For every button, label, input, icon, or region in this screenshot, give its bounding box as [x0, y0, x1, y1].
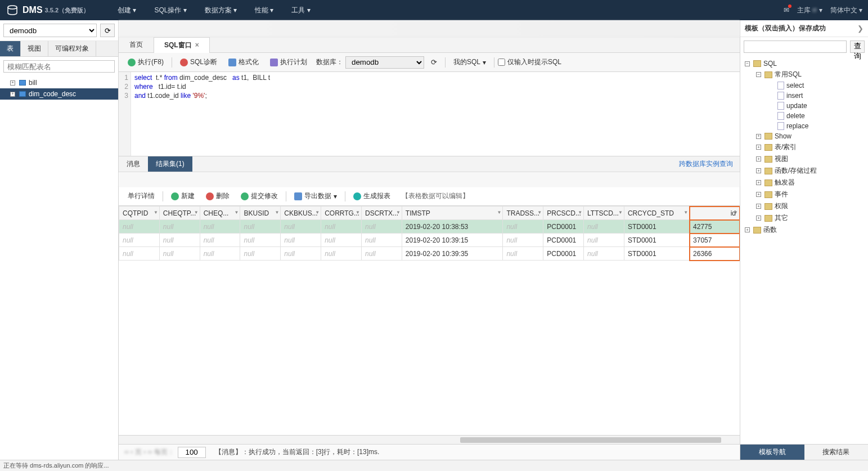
col-CHEQ...[interactable]: CHEQ...▼: [200, 207, 240, 220]
cell-null[interactable]: null: [361, 247, 402, 261]
cell-null[interactable]: null: [240, 234, 281, 247]
cell[interactable]: PCD0001: [543, 220, 584, 234]
lang-select[interactable]: 简体中文 ▾: [830, 6, 862, 15]
tab-message[interactable]: 消息: [119, 156, 148, 172]
cell-null[interactable]: null: [503, 247, 543, 261]
table-row[interactable]: nullnullnullnullnullnullnull2019-02-20 1…: [119, 220, 740, 234]
cell-null[interactable]: null: [321, 234, 362, 247]
tree-leaf[interactable]: update: [763, 101, 868, 111]
my-sql-button[interactable]: 我的SQL ▾: [449, 56, 491, 69]
hint-checkbox-label[interactable]: 仅输入时提示SQL: [498, 57, 561, 67]
cell-null[interactable]: null: [503, 234, 543, 247]
add-row-button[interactable]: 新建: [167, 190, 199, 203]
row-detail-button[interactable]: 单行详情: [123, 190, 159, 203]
cell[interactable]: PCD0001: [543, 247, 584, 261]
col-id[interactable]: id▼: [690, 207, 740, 220]
chevron-down-icon[interactable]: ▼: [618, 210, 623, 215]
cell-null[interactable]: null: [200, 220, 240, 234]
export-button[interactable]: 导出数据 ▾: [290, 190, 341, 203]
expand-icon[interactable]: +: [10, 80, 15, 86]
cell-null[interactable]: null: [584, 220, 624, 234]
sql-diagnose-button[interactable]: SQL诊断: [176, 56, 222, 69]
cell-id[interactable]: 42775: [690, 220, 740, 234]
format-button[interactable]: 格式化: [224, 56, 263, 69]
cell-null[interactable]: null: [584, 234, 624, 247]
tree-node[interactable]: +权限: [752, 200, 868, 212]
collapse-icon[interactable]: ❯: [857, 24, 863, 33]
toolbar-refresh-button[interactable]: ⟳: [426, 56, 442, 68]
page-size-input[interactable]: [178, 447, 206, 458]
tab-template-nav[interactable]: 模板导航: [740, 445, 804, 460]
database-select[interactable]: demodb: [3, 24, 97, 37]
scrollbar-thumb[interactable]: [460, 437, 721, 443]
col-CORRTG...[interactable]: CORRTG...▼: [321, 207, 362, 220]
chevron-down-icon[interactable]: ▼: [356, 210, 360, 215]
execute-button[interactable]: 执行(F8): [123, 56, 168, 69]
mail-icon[interactable]: ✉: [784, 6, 789, 14]
tab-home[interactable]: 首页: [119, 37, 154, 52]
table-row[interactable]: nullnullnullnullnullnullnull2019-02-20 1…: [119, 234, 740, 247]
chevron-down-icon[interactable]: ▼: [537, 210, 542, 215]
col-CHEQTP...[interactable]: CHEQTP...▼: [159, 207, 200, 220]
col-CKBKUS...[interactable]: CKBKUS...▼: [281, 207, 321, 220]
refresh-db-button[interactable]: ⟳: [100, 24, 115, 37]
chevron-down-icon[interactable]: ▼: [734, 210, 738, 215]
cell[interactable]: STD0001: [624, 247, 689, 261]
cell[interactable]: 2019-02-20 10:38:53: [402, 220, 503, 234]
cell-null[interactable]: null: [200, 234, 240, 247]
table-item-bill[interactable]: +bill: [0, 77, 118, 88]
cell-null[interactable]: null: [361, 220, 402, 234]
cell-null[interactable]: null: [159, 247, 200, 261]
cell-null[interactable]: null: [200, 247, 240, 261]
chevron-down-icon[interactable]: ▼: [396, 210, 401, 215]
cell[interactable]: PCD0001: [543, 234, 584, 247]
tree-leaf[interactable]: select: [763, 80, 868, 91]
tree-node[interactable]: +触发器: [752, 177, 868, 189]
tab-result-set[interactable]: 结果集(1): [148, 156, 192, 172]
tree-node[interactable]: −常用SQL: [752, 69, 868, 80]
chevron-down-icon[interactable]: ▼: [154, 210, 158, 215]
col-TIMSTP[interactable]: TIMSTP▼: [402, 207, 503, 220]
cell-null[interactable]: null: [281, 220, 321, 234]
chevron-down-icon[interactable]: ▼: [683, 210, 688, 215]
tree-node[interactable]: +函数/存储过程: [752, 165, 868, 177]
tab-search-result[interactable]: 搜索结果: [804, 445, 869, 460]
cross-db-query-link[interactable]: 跨数据库实例查询: [679, 159, 733, 169]
tree-root-sql[interactable]: −SQL: [740, 59, 868, 69]
chevron-down-icon[interactable]: ▼: [275, 210, 279, 215]
cell-null[interactable]: null: [119, 220, 160, 234]
tree-leaf[interactable]: delete: [763, 111, 868, 121]
report-button[interactable]: 生成报表: [349, 190, 395, 203]
col-BKUSID[interactable]: BKUSID▼: [240, 207, 281, 220]
col-CRCYCD_STD[interactable]: CRCYCD_STD▼: [624, 207, 689, 220]
col-LTTSCD...[interactable]: LTTSCD...▼: [584, 207, 624, 220]
tab-tables[interactable]: 表: [0, 41, 21, 56]
tab-programmable[interactable]: 可编程对象: [48, 41, 96, 56]
close-icon[interactable]: ×: [195, 41, 199, 49]
cell-null[interactable]: null: [159, 234, 200, 247]
col-DSCRTX...[interactable]: DSCRTX...▼: [361, 207, 402, 220]
menu-create[interactable]: 创建 ▾: [109, 0, 145, 20]
sql-editor[interactable]: 123 select t.* from dim_code_desc as t1,…: [119, 72, 740, 156]
template-search-button[interactable]: 查询: [850, 41, 865, 53]
table-row[interactable]: nullnullnullnullnullnullnull2019-02-20 1…: [119, 247, 740, 261]
menu-performance[interactable]: 性能 ▾: [246, 0, 282, 20]
cell-null[interactable]: null: [584, 247, 624, 261]
expand-icon[interactable]: +: [10, 92, 15, 97]
tree-node[interactable]: +表/索引: [752, 141, 868, 153]
tree-node[interactable]: +其它: [752, 212, 868, 224]
cell-null[interactable]: null: [321, 220, 362, 234]
exec-plan-button[interactable]: 执行计划: [266, 56, 312, 69]
cell-null[interactable]: null: [281, 234, 321, 247]
tab-views[interactable]: 视图: [21, 41, 48, 56]
col-PRCSCD...[interactable]: PRCSCD...▼: [543, 207, 584, 220]
cell-null[interactable]: null: [240, 247, 281, 261]
cell-null[interactable]: null: [240, 220, 281, 234]
code-area[interactable]: select t.* from dim_code_desc as t1, BIL…: [131, 72, 273, 156]
result-grid-wrap[interactable]: CQTPID▼CHEQTP...▼CHEQ...▼BKUSID▼CKBKUS..…: [119, 206, 740, 435]
cell[interactable]: STD0001: [624, 234, 689, 247]
chevron-down-icon[interactable]: ▼: [578, 210, 582, 215]
col-CQTPID[interactable]: CQTPID▼: [119, 207, 160, 220]
h-scrollbar[interactable]: [119, 435, 740, 444]
cell-null[interactable]: null: [321, 247, 362, 261]
